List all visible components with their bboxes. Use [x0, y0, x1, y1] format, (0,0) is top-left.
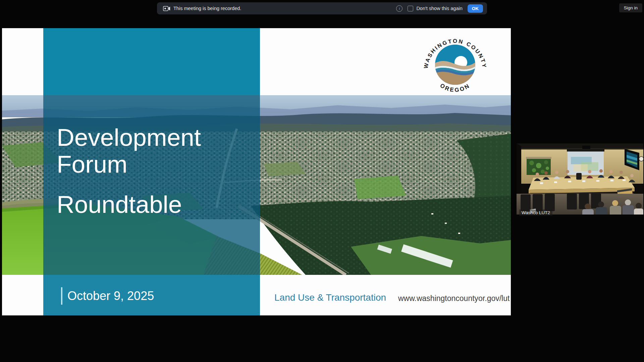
website-url: www.washingtoncountyor.gov/lut: [398, 294, 509, 303]
meeting-app-root: { "notification_bar": { "message": "This…: [0, 0, 644, 362]
dont-show-label[interactable]: Don't show this again: [416, 6, 462, 11]
participant-name-label: Washco LUT2: [519, 209, 552, 216]
info-icon[interactable]: i: [396, 5, 402, 12]
slide-title-line3: Roundtable: [57, 191, 201, 218]
teal-panel-top: [43, 28, 260, 95]
recording-camera-icon: [163, 6, 170, 11]
washington-county-logo: WASHINGTON COUNTY OREGON: [423, 32, 487, 96]
dont-show-checkbox[interactable]: [408, 6, 413, 11]
slide-title-line2: Forum: [57, 151, 201, 178]
video-thumbnail-washco-lut2[interactable]: Washco LUT2: [517, 143, 643, 217]
recording-message: This meeting is being recorded.: [173, 6, 241, 11]
date-accent-bar: [61, 287, 62, 305]
sign-in-button[interactable]: Sign in: [619, 3, 642, 12]
recording-notification-bar: This meeting is being recorded. i Don't …: [157, 2, 487, 14]
department-label: Land Use & Transportation: [274, 292, 386, 303]
shared-screen-slide: Development Forum Roundtable October 9, …: [2, 28, 511, 315]
slide-title-line1: Development: [57, 124, 201, 151]
ok-button[interactable]: OK: [468, 4, 483, 13]
meeting-room-video: [517, 143, 643, 217]
slide-date: October 9, 2025: [67, 289, 154, 303]
slide-date-row: October 9, 2025: [61, 286, 154, 306]
slide-title: Development Forum Roundtable: [57, 124, 201, 218]
